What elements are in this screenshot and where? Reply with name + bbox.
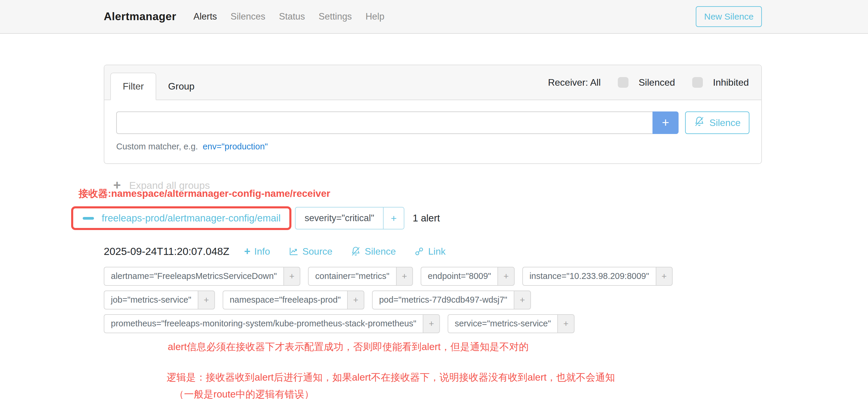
- label-service: service="metrics-service" +: [447, 314, 575, 333]
- group-receiver-link[interactable]: freeleaps-prod/alertmanager-config/email: [83, 213, 280, 224]
- label-pod: pod="metrics-77d9cdb497-wdsj7" +: [372, 290, 531, 309]
- info-button[interactable]: + Info: [244, 246, 270, 257]
- silence-alert-button-label: Silence: [365, 246, 396, 257]
- label-text: endpoint="8009": [421, 267, 497, 286]
- navbar: Alertmanager Alerts Silences Status Sett…: [0, 0, 868, 34]
- label-namespace: namespace="freeleaps-prod" +: [223, 290, 364, 309]
- add-matcher-button[interactable]: +: [652, 112, 679, 134]
- label-text: job="metrics-service": [104, 290, 198, 309]
- label-add-button[interactable]: +: [557, 314, 575, 333]
- label-container: container="metrics" +: [308, 267, 413, 286]
- alert-timestamp: 2025-09-24T11:20:07.048Z: [104, 245, 229, 257]
- silence-alert-button[interactable]: Silence: [351, 246, 396, 257]
- label-text: pod="metrics-77d9cdb497-wdsj7": [372, 290, 514, 309]
- annotation-line-1: alert信息必须在接收器下才表示配置成功，否则即使能看到alert，但是通知是…: [168, 340, 762, 354]
- app-brand: Alertmanager: [104, 10, 176, 23]
- group-receiver-name: freeleaps-prod/alertmanager-config/email: [102, 213, 280, 224]
- filter-card-header: Filter Group Receiver: All Silenced Inhi…: [104, 65, 761, 100]
- receiver-annotation-text: 接收器:namespace/altermanager-config-name/r…: [79, 187, 762, 201]
- group-key-label[interactable]: severity="critical": [296, 208, 383, 229]
- tab-group[interactable]: Group: [156, 73, 206, 100]
- group-key-add-button[interactable]: +: [383, 208, 404, 229]
- silenced-label: Silenced: [639, 77, 675, 88]
- silence-from-filter-button[interactable]: Silence: [685, 112, 749, 134]
- label-text: service="metrics-service": [447, 314, 557, 333]
- alert-group-row: freeleaps-prod/alertmanager-config/email…: [71, 206, 762, 230]
- label-add-button[interactable]: +: [514, 290, 531, 309]
- label-text: prometheus="freeleaps-monitoring-system/…: [104, 314, 423, 333]
- red-highlight-box: freeleaps-prod/alertmanager-config/email: [71, 206, 291, 230]
- bell-slash-icon: [694, 116, 705, 129]
- nav-item-status[interactable]: Status: [279, 11, 305, 22]
- label-text: instance="10.233.98.209:8009": [522, 267, 656, 286]
- link-button-label: Link: [428, 246, 445, 257]
- filter-options: Receiver: All Silenced Inhibited: [548, 65, 749, 100]
- label-add-button[interactable]: +: [497, 267, 515, 286]
- label-add-button[interactable]: +: [198, 290, 215, 309]
- new-silence-button[interactable]: New Silence: [696, 6, 762, 27]
- annotation-line-2: 逻辑是：接收器收到alert后进行通知，如果alert不在接收器下，说明接收器没…: [166, 371, 762, 384]
- nav-item-alerts[interactable]: Alerts: [193, 11, 217, 22]
- source-button-label: Source: [302, 246, 332, 257]
- inhibited-label: Inhibited: [713, 77, 749, 88]
- source-button[interactable]: Source: [288, 246, 332, 257]
- silence-button-label: Silence: [709, 117, 741, 128]
- main-content: Filter Group Receiver: All Silenced Inhi…: [0, 65, 868, 399]
- alert-count: 1 alert: [413, 213, 440, 224]
- label-add-button[interactable]: +: [396, 267, 413, 286]
- filter-card: Filter Group Receiver: All Silenced Inhi…: [104, 65, 762, 164]
- filter-card-body: + Silence Custom matcher, e.g. env="prod…: [104, 100, 761, 163]
- label-add-button[interactable]: +: [283, 267, 301, 286]
- label-add-button[interactable]: +: [347, 290, 364, 309]
- inhibited-checkbox[interactable]: [692, 77, 703, 88]
- annotation-line-3: （一般是route中的逻辑有错误）: [174, 388, 762, 399]
- label-prometheus: prometheus="freeleaps-monitoring-system/…: [104, 314, 440, 333]
- filter-tabs: Filter Group: [110, 65, 206, 100]
- label-endpoint: endpoint="8009" +: [421, 267, 515, 286]
- info-button-label: Info: [254, 246, 270, 257]
- minus-icon: [83, 217, 94, 220]
- link-icon: [414, 246, 424, 256]
- label-add-button[interactable]: +: [656, 267, 673, 286]
- label-text: container="metrics": [308, 267, 396, 286]
- receiver-filter-label[interactable]: Receiver: All: [548, 77, 600, 88]
- tab-filter[interactable]: Filter: [110, 73, 156, 100]
- alert-detail: 2025-09-24T11:20:07.048Z + Info Source: [104, 245, 762, 333]
- alert-labels: alertname="FreeleapsMetricsServiceDown" …: [104, 267, 762, 333]
- nav-item-silences[interactable]: Silences: [230, 11, 265, 22]
- silenced-checkbox[interactable]: [618, 77, 628, 88]
- label-text: namespace="freeleaps-prod": [223, 290, 347, 309]
- label-add-button[interactable]: +: [423, 314, 440, 333]
- matcher-example-link[interactable]: env="production": [203, 142, 268, 151]
- group-key-chip: severity="critical" +: [295, 207, 404, 229]
- plus-icon: +: [244, 246, 250, 257]
- nav-item-settings[interactable]: Settings: [319, 11, 352, 22]
- label-alertname: alertname="FreeleapsMetricsServiceDown" …: [104, 267, 300, 286]
- nav-links: Alerts Silences Status Settings Help: [193, 11, 384, 22]
- alert-actions: + Info Source: [244, 246, 445, 257]
- label-job: job="metrics-service" +: [104, 290, 215, 309]
- nav-item-help[interactable]: Help: [366, 11, 384, 22]
- custom-matcher-hint: Custom matcher, e.g.: [116, 142, 198, 151]
- label-text: alertname="FreeleapsMetricsServiceDown": [104, 267, 283, 286]
- link-button[interactable]: Link: [414, 246, 445, 257]
- chart-line-icon: [288, 246, 299, 256]
- matcher-input[interactable]: [116, 112, 652, 134]
- label-instance: instance="10.233.98.209:8009" +: [522, 267, 673, 286]
- bell-slash-icon: [351, 246, 361, 256]
